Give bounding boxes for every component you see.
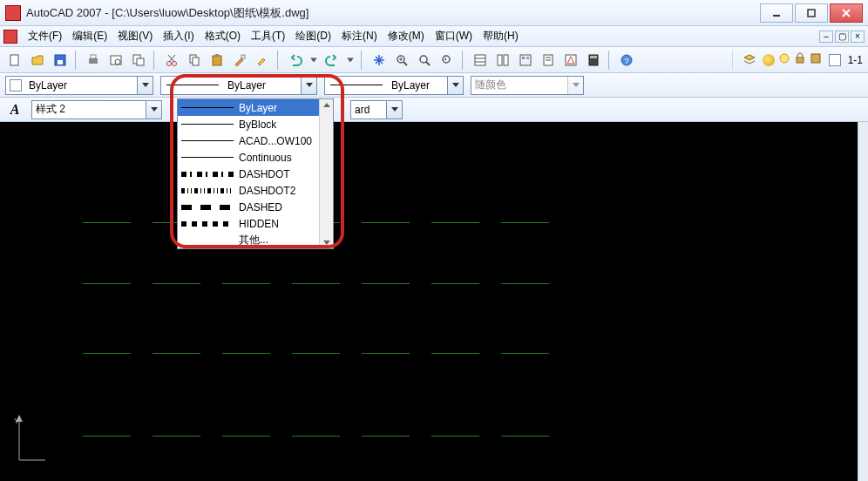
linetype-dropdown-list[interactable]: ByLayerByBlockACAD...OW100ContinuousDASH…	[177, 98, 334, 249]
linetype-option-2[interactable]: ACAD...OW100	[178, 132, 333, 149]
minimize-button[interactable]	[760, 3, 793, 23]
menu-insert[interactable]: 插入(I)	[158, 27, 199, 45]
layer-freeze-icon[interactable]	[778, 52, 790, 68]
layer-swatch[interactable]	[829, 54, 841, 66]
text-style-dropdown-icon[interactable]	[146, 101, 161, 119]
dim-style-dropdown-icon[interactable]	[386, 101, 402, 119]
print-icon[interactable]	[84, 51, 103, 70]
save-icon[interactable]	[51, 51, 70, 70]
linetype-option-label: DASHDOT	[239, 168, 290, 180]
help-icon[interactable]: ?	[617, 51, 636, 70]
linetype-option-3[interactable]: Continuous	[178, 149, 333, 166]
linetype-option-6[interactable]: DASHED	[178, 199, 333, 215]
drawing-line-segment	[431, 353, 479, 354]
svg-rect-7	[89, 58, 98, 64]
linetype-combo[interactable]: ByLayer	[160, 76, 317, 95]
linetype-sample-icon	[181, 205, 234, 210]
linetype-option-5[interactable]: DASHDOT2	[178, 182, 333, 199]
publish-icon[interactable]	[129, 51, 148, 70]
linetype-sample-icon	[181, 157, 234, 158]
open-icon[interactable]	[28, 51, 47, 70]
menu-tools[interactable]: 工具(T)	[246, 27, 290, 45]
linetype-list-scrollbar[interactable]	[319, 99, 333, 248]
drawing-canvas[interactable]: Y	[0, 122, 858, 481]
sheet-set-icon[interactable]	[539, 51, 558, 70]
layer-color-icon[interactable]	[810, 52, 822, 68]
layer-lock-icon[interactable]	[794, 52, 806, 68]
zoom-previous-icon[interactable]	[437, 51, 457, 70]
svg-rect-42	[590, 56, 597, 58]
menu-view[interactable]: 视图(V)	[112, 27, 158, 45]
paint-icon[interactable]	[253, 51, 272, 70]
properties-icon[interactable]	[471, 51, 490, 70]
layer-on-icon[interactable]	[763, 54, 775, 66]
plotstyle-combo[interactable]: 随颜色	[471, 76, 584, 95]
menu-help[interactable]: 帮助(H)	[478, 27, 524, 45]
pan-icon[interactable]	[370, 51, 389, 70]
paste-icon[interactable]	[207, 51, 227, 70]
linetype-option-0[interactable]: ByLayer	[178, 99, 333, 116]
svg-text:?: ?	[624, 57, 628, 65]
close-button[interactable]	[830, 3, 863, 23]
calc-icon[interactable]	[584, 51, 603, 70]
linetype-option-label: 其他...	[239, 233, 268, 247]
linetype-option-1[interactable]: ByBlock	[178, 116, 333, 132]
zoom-window-icon[interactable]	[415, 51, 434, 70]
drawing-line-segment	[431, 222, 479, 223]
undo-dropdown-icon[interactable]	[309, 51, 319, 70]
lineweight-combo-dropdown-icon[interactable]	[447, 77, 463, 94]
menu-dimension[interactable]: 标注(N)	[336, 27, 383, 45]
plotstyle-combo-dropdown-icon[interactable]	[567, 77, 583, 94]
menu-modify[interactable]: 修改(M)	[383, 27, 430, 45]
layer-name-label[interactable]: 1-1	[848, 54, 863, 66]
undo-icon[interactable]	[286, 51, 305, 70]
maximize-button[interactable]	[795, 3, 828, 23]
drawing-line-segment	[83, 283, 131, 284]
menu-edit[interactable]: 编辑(E)	[67, 27, 112, 45]
menu-format[interactable]: 格式(O)	[200, 27, 246, 45]
doc-minimize-button[interactable]: –	[819, 30, 833, 43]
zoom-realtime-icon[interactable]	[392, 51, 411, 70]
linetype-option-7[interactable]: HIDDEN	[178, 215, 333, 232]
copy-icon[interactable]	[185, 51, 204, 70]
drawing-line-segment	[153, 283, 200, 284]
dim-style-combo[interactable]: ard	[350, 100, 403, 119]
redo-dropdown-icon[interactable]	[345, 51, 356, 70]
plot-preview-icon[interactable]	[106, 51, 125, 70]
layer-combo-dropdown-icon[interactable]	[137, 77, 153, 94]
text-style-combo[interactable]: 样式 2	[31, 100, 162, 119]
svg-point-45	[780, 54, 789, 63]
markup-icon[interactable]	[561, 51, 580, 70]
match-prop-icon[interactable]	[230, 51, 249, 70]
drawing-line-segment	[292, 283, 340, 284]
styles-toolbar: A 样式 2 ard	[0, 98, 868, 122]
doc-close-button[interactable]: ×	[851, 30, 865, 43]
layer-combo-label: ByLayer	[25, 79, 137, 91]
tool-palette-icon[interactable]	[516, 51, 535, 70]
app-menu-icon[interactable]	[3, 30, 17, 44]
menu-file[interactable]: 文件(F)	[23, 27, 67, 45]
linetype-combo-dropdown-icon[interactable]	[301, 77, 316, 94]
layer-manager-icon[interactable]	[740, 51, 759, 70]
layer-combo[interactable]: ByLayer	[5, 76, 153, 95]
design-center-icon[interactable]	[493, 51, 512, 70]
standard-toolbar: ? 1-1	[0, 47, 868, 73]
cut-icon[interactable]	[162, 51, 181, 70]
svg-rect-6	[58, 60, 63, 64]
menu-draw[interactable]: 绘图(D)	[290, 27, 336, 45]
lineweight-sample-icon	[330, 85, 383, 85]
lineweight-combo[interactable]: ByLayer	[324, 76, 464, 95]
svg-rect-32	[498, 55, 502, 65]
svg-rect-4	[10, 55, 18, 65]
new-icon[interactable]	[5, 51, 24, 70]
canvas-vertical-scrollbar[interactable]	[858, 122, 868, 481]
linetype-option-4[interactable]: DASHDOT	[178, 166, 333, 182]
linetype-option-8[interactable]: 其他...	[178, 232, 333, 248]
drawing-line-segment	[431, 436, 479, 437]
drawing-line-segment	[501, 283, 549, 284]
redo-icon[interactable]	[322, 51, 342, 70]
svg-line-23	[403, 62, 407, 65]
menu-window[interactable]: 窗口(W)	[430, 27, 478, 45]
text-style-icon[interactable]: A	[5, 100, 24, 119]
doc-restore-button[interactable]: ▢	[835, 30, 849, 43]
